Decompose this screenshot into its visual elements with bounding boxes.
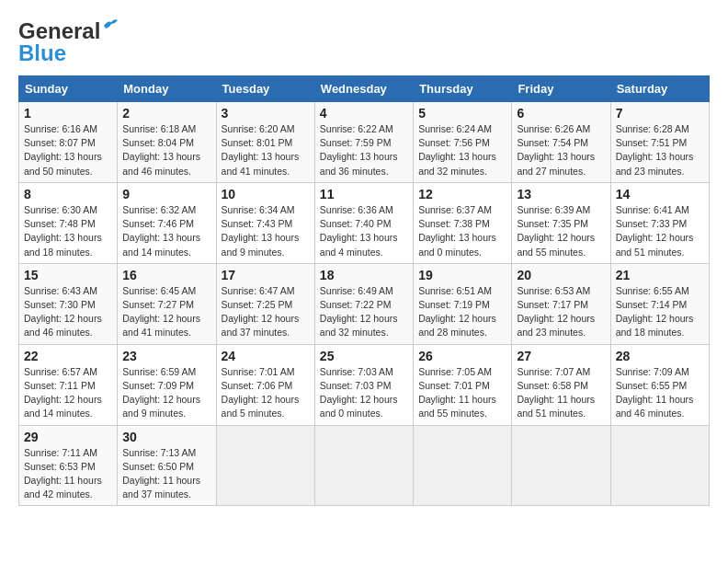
day-info: Sunrise: 6:49 AM Sunset: 7:22 PM Dayligh… [320, 284, 408, 340]
calendar-cell [216, 425, 314, 506]
day-info: Sunrise: 6:51 AM Sunset: 7:19 PM Dayligh… [418, 284, 506, 340]
day-info: Sunrise: 6:37 AM Sunset: 7:38 PM Dayligh… [418, 203, 506, 259]
day-info: Sunrise: 6:53 AM Sunset: 7:17 PM Dayligh… [517, 284, 605, 340]
header-monday: Monday [118, 76, 216, 102]
calendar-cell: 16Sunrise: 6:45 AM Sunset: 7:27 PM Dayli… [118, 263, 216, 344]
day-info: Sunrise: 7:01 AM Sunset: 7:06 PM Dayligh… [222, 365, 310, 421]
calendar-cell: 2Sunrise: 6:18 AM Sunset: 8:04 PM Daylig… [118, 102, 216, 183]
day-info: Sunrise: 6:59 AM Sunset: 7:09 PM Dayligh… [122, 365, 210, 421]
logo-bird-icon [102, 17, 119, 31]
calendar-cell: 29Sunrise: 7:11 AM Sunset: 6:53 PM Dayli… [19, 425, 118, 506]
day-info: Sunrise: 6:45 AM Sunset: 7:27 PM Dayligh… [122, 284, 210, 340]
day-number: 18 [320, 268, 408, 282]
day-info: Sunrise: 6:36 AM Sunset: 7:40 PM Dayligh… [320, 203, 408, 259]
day-number: 16 [122, 268, 210, 282]
calendar-cell [414, 425, 512, 506]
day-number: 12 [418, 187, 506, 201]
calendar-cell: 8Sunrise: 6:30 AM Sunset: 7:48 PM Daylig… [19, 182, 118, 263]
calendar-cell: 7Sunrise: 6:28 AM Sunset: 7:51 PM Daylig… [610, 102, 709, 183]
calendar-header-row: SundayMondayTuesdayWednesdayThursdayFrid… [19, 76, 710, 102]
day-info: Sunrise: 6:20 AM Sunset: 8:01 PM Dayligh… [222, 122, 310, 178]
calendar-cell: 26Sunrise: 7:05 AM Sunset: 7:01 PM Dayli… [414, 344, 512, 425]
week-row-4: 22Sunrise: 6:57 AM Sunset: 7:11 PM Dayli… [19, 344, 710, 425]
logo-general: General [18, 18, 100, 43]
day-number: 22 [24, 349, 112, 363]
day-info: Sunrise: 6:43 AM Sunset: 7:30 PM Dayligh… [24, 284, 112, 340]
day-number: 13 [517, 187, 605, 201]
day-info: Sunrise: 6:18 AM Sunset: 8:04 PM Dayligh… [122, 122, 210, 178]
day-number: 4 [320, 106, 408, 121]
day-number: 7 [616, 106, 704, 121]
day-number: 9 [122, 187, 210, 201]
day-number: 6 [517, 106, 605, 121]
page-header: General Blue [18, 18, 710, 66]
day-number: 26 [418, 349, 506, 363]
day-number: 24 [222, 349, 310, 363]
calendar-cell: 18Sunrise: 6:49 AM Sunset: 7:22 PM Dayli… [314, 263, 413, 344]
calendar-cell: 15Sunrise: 6:43 AM Sunset: 7:30 PM Dayli… [19, 263, 118, 344]
calendar-cell: 5Sunrise: 6:24 AM Sunset: 7:56 PM Daylig… [414, 102, 512, 183]
day-info: Sunrise: 6:26 AM Sunset: 7:54 PM Dayligh… [517, 122, 605, 178]
calendar-cell [314, 425, 413, 506]
day-info: Sunrise: 7:13 AM Sunset: 6:50 PM Dayligh… [122, 446, 210, 502]
calendar-cell: 20Sunrise: 6:53 AM Sunset: 7:17 PM Dayli… [512, 263, 610, 344]
day-number: 17 [222, 268, 310, 282]
calendar-cell: 3Sunrise: 6:20 AM Sunset: 8:01 PM Daylig… [216, 102, 314, 183]
day-info: Sunrise: 6:47 AM Sunset: 7:25 PM Dayligh… [222, 284, 310, 340]
day-info: Sunrise: 6:34 AM Sunset: 7:43 PM Dayligh… [222, 203, 310, 259]
calendar-cell: 11Sunrise: 6:36 AM Sunset: 7:40 PM Dayli… [314, 182, 413, 263]
calendar-cell: 21Sunrise: 6:55 AM Sunset: 7:14 PM Dayli… [610, 263, 709, 344]
header-saturday: Saturday [610, 76, 709, 102]
day-info: Sunrise: 7:09 AM Sunset: 6:55 PM Dayligh… [616, 365, 704, 421]
day-number: 20 [517, 268, 605, 282]
day-number: 19 [418, 268, 506, 282]
day-number: 30 [122, 430, 210, 444]
day-info: Sunrise: 6:24 AM Sunset: 7:56 PM Dayligh… [418, 122, 506, 178]
day-info: Sunrise: 6:22 AM Sunset: 7:59 PM Dayligh… [320, 122, 408, 178]
day-info: Sunrise: 6:41 AM Sunset: 7:33 PM Dayligh… [616, 203, 704, 259]
day-info: Sunrise: 7:05 AM Sunset: 7:01 PM Dayligh… [418, 365, 506, 421]
calendar-cell: 25Sunrise: 7:03 AM Sunset: 7:03 PM Dayli… [314, 344, 413, 425]
calendar-cell: 6Sunrise: 6:26 AM Sunset: 7:54 PM Daylig… [512, 102, 610, 183]
day-number: 1 [24, 106, 112, 121]
header-sunday: Sunday [19, 76, 118, 102]
day-number: 28 [616, 349, 704, 363]
day-info: Sunrise: 6:39 AM Sunset: 7:35 PM Dayligh… [517, 203, 605, 259]
logo-blue: Blue [18, 40, 66, 66]
calendar-cell: 13Sunrise: 6:39 AM Sunset: 7:35 PM Dayli… [512, 182, 610, 263]
calendar-cell: 19Sunrise: 6:51 AM Sunset: 7:19 PM Dayli… [414, 263, 512, 344]
day-number: 10 [222, 187, 310, 201]
day-number: 11 [320, 187, 408, 201]
calendar-cell: 28Sunrise: 7:09 AM Sunset: 6:55 PM Dayli… [610, 344, 709, 425]
calendar-cell: 14Sunrise: 6:41 AM Sunset: 7:33 PM Dayli… [610, 182, 709, 263]
calendar-cell: 1Sunrise: 6:16 AM Sunset: 8:07 PM Daylig… [19, 102, 118, 183]
calendar-cell: 9Sunrise: 6:32 AM Sunset: 7:46 PM Daylig… [118, 182, 216, 263]
calendar-cell: 17Sunrise: 6:47 AM Sunset: 7:25 PM Dayli… [216, 263, 314, 344]
week-row-1: 1Sunrise: 6:16 AM Sunset: 8:07 PM Daylig… [19, 102, 710, 183]
day-info: Sunrise: 6:30 AM Sunset: 7:48 PM Dayligh… [24, 203, 112, 259]
calendar-cell: 10Sunrise: 6:34 AM Sunset: 7:43 PM Dayli… [216, 182, 314, 263]
day-info: Sunrise: 6:55 AM Sunset: 7:14 PM Dayligh… [616, 284, 704, 340]
calendar-cell [512, 425, 610, 506]
week-row-5: 29Sunrise: 7:11 AM Sunset: 6:53 PM Dayli… [19, 425, 710, 506]
day-info: Sunrise: 6:16 AM Sunset: 8:07 PM Dayligh… [24, 122, 112, 178]
day-info: Sunrise: 6:28 AM Sunset: 7:51 PM Dayligh… [616, 122, 704, 178]
day-info: Sunrise: 7:03 AM Sunset: 7:03 PM Dayligh… [320, 365, 408, 421]
week-row-3: 15Sunrise: 6:43 AM Sunset: 7:30 PM Dayli… [19, 263, 710, 344]
header-thursday: Thursday [414, 76, 512, 102]
day-number: 15 [24, 268, 112, 282]
calendar-cell: 23Sunrise: 6:59 AM Sunset: 7:09 PM Dayli… [118, 344, 216, 425]
day-info: Sunrise: 7:07 AM Sunset: 6:58 PM Dayligh… [517, 365, 605, 421]
day-number: 21 [616, 268, 704, 282]
calendar-cell: 12Sunrise: 6:37 AM Sunset: 7:38 PM Dayli… [414, 182, 512, 263]
header-wednesday: Wednesday [314, 76, 413, 102]
day-info: Sunrise: 6:32 AM Sunset: 7:46 PM Dayligh… [122, 203, 210, 259]
week-row-2: 8Sunrise: 6:30 AM Sunset: 7:48 PM Daylig… [19, 182, 710, 263]
calendar-cell [610, 425, 709, 506]
calendar-cell: 4Sunrise: 6:22 AM Sunset: 7:59 PM Daylig… [314, 102, 413, 183]
logo: General Blue [18, 18, 100, 66]
day-number: 3 [222, 106, 310, 121]
day-number: 23 [122, 349, 210, 363]
day-number: 5 [418, 106, 506, 121]
day-number: 8 [24, 187, 112, 201]
